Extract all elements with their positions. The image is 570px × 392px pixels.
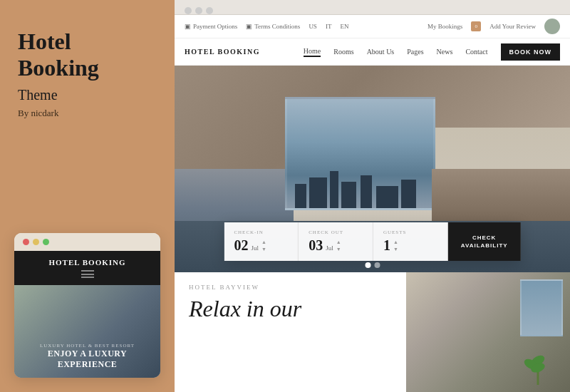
hero-section: CHECK-IN 02 Jul ▲ ▼ CHECK OUT [175, 66, 570, 272]
mobile-nav-title: HOTEL BOOKING [23, 258, 152, 267]
hamburger-icon [23, 270, 152, 278]
checkout-label: CHECK OUT [309, 229, 363, 235]
skyline-building-6 [376, 186, 398, 208]
dot-green [43, 239, 49, 245]
nav-bar: HOTEL BOOKING Home Rooms About Us Pages … [175, 38, 570, 66]
checkout-value: 03 Jul [309, 237, 333, 254]
mobile-hero-image: LUXURY HOTEL & BEST RESORT ENJOY A LUXUR… [14, 285, 160, 378]
checkout-up-arrow[interactable]: ▲ [336, 239, 341, 245]
checkout-day: 03 [309, 237, 323, 254]
checkin-day: 02 [234, 237, 248, 254]
carousel-dot-2[interactable] [374, 262, 380, 268]
skyline-building-7 [401, 180, 415, 208]
nav-about[interactable]: About Us [367, 48, 395, 56]
nav-pages[interactable]: Pages [407, 48, 423, 56]
book-now-button[interactable]: BOOK NOW [501, 43, 561, 61]
nav-rooms[interactable]: Rooms [333, 48, 353, 56]
nav-news[interactable]: News [437, 48, 453, 56]
terms-conditions-link[interactable]: ▣ Terms Conditions [246, 23, 300, 30]
checkin-down-arrow[interactable]: ▼ [261, 247, 266, 252]
cart-icon[interactable]: 0 [471, 21, 481, 31]
skyline-building-4 [341, 182, 356, 208]
payment-options-link[interactable]: ▣ Payment Options [185, 23, 237, 30]
browser-dot-3 [206, 7, 213, 14]
skyline-building-5 [361, 175, 372, 208]
lang-us[interactable]: US [309, 23, 317, 30]
website-top-bar: ▣ Payment Options ▣ Terms Conditions US … [175, 15, 570, 38]
browser-dot-2 [195, 7, 202, 14]
left-panel: HotelBooking Theme By nicdark HOTEL BOOK… [0, 0, 175, 392]
mobile-preview-card: HOTEL BOOKING LUXURY HOTEL & BEST RESORT… [14, 233, 160, 378]
avatar[interactable] [544, 19, 560, 34]
checkout-arrows[interactable]: ▲ ▼ [336, 239, 341, 252]
skyline-building-3 [330, 171, 338, 208]
checkin-month: Jul [251, 244, 259, 252]
my-bookings-link[interactable]: My Bookings [428, 23, 462, 30]
bottom-left-content: HOTEL BAYVIEW Relax in our [175, 272, 406, 392]
lang-en[interactable]: EN [340, 23, 348, 30]
booking-bar: CHECK-IN 02 Jul ▲ ▼ CHECK OUT [224, 222, 520, 261]
window-area [285, 97, 435, 211]
browser-chrome [175, 0, 570, 15]
dot-red [23, 239, 29, 245]
guests-count: 1 [383, 237, 390, 254]
skyline-building-1 [295, 184, 306, 208]
plant-decoration [527, 356, 549, 385]
checkout-down-arrow[interactable]: ▼ [336, 247, 341, 252]
guests-value: 1 [383, 237, 390, 254]
checkin-label: CHECK-IN [234, 229, 288, 235]
mobile-text-overlay: LUXURY HOTEL & BEST RESORT ENJOY A LUXUR… [14, 343, 160, 371]
browser-dot-1 [185, 7, 192, 14]
bottom-section: HOTEL BAYVIEW Relax in our [175, 272, 570, 392]
add-review-link[interactable]: Add Your Review [489, 23, 536, 30]
city-skyline [287, 165, 433, 208]
mobile-titlebar [14, 233, 160, 251]
hotel-bayview-label: HOTEL BAYVIEW [189, 284, 392, 291]
right-panel: ▣ Payment Options ▣ Terms Conditions US … [175, 0, 570, 392]
guests-up-arrow[interactable]: ▲ [393, 239, 398, 245]
bottom-right-image [406, 272, 570, 392]
lang-it[interactable]: IT [326, 23, 332, 30]
checkout-month: Jul [326, 244, 333, 252]
left-title: HotelBooking [18, 29, 157, 81]
top-bar-right: My Bookings 0 Add Your Review [428, 19, 560, 34]
checkin-up-arrow[interactable]: ▲ [261, 239, 266, 245]
mobile-luxury-text: LUXURY HOTEL & BEST RESORT [14, 343, 160, 349]
payment-icon: ▣ [185, 23, 191, 30]
dot-yellow [33, 239, 39, 245]
check-availability-button[interactable]: CHECKAVAILABILITY [448, 222, 521, 261]
carousel-dots [365, 262, 380, 268]
website-content: ▣ Payment Options ▣ Terms Conditions US … [175, 15, 570, 392]
nav-contact[interactable]: Contact [465, 48, 487, 56]
bottom-room-window [520, 279, 563, 336]
checkout-field: CHECK OUT 03 Jul ▲ ▼ [299, 222, 373, 261]
guests-label: GUESTS [383, 229, 437, 235]
mobile-nav: HOTEL BOOKING [14, 251, 160, 285]
terms-icon: ▣ [246, 23, 252, 30]
left-theme-label: Theme [18, 87, 157, 103]
checkin-value: 02 Jul [234, 237, 259, 254]
guests-field: GUESTS 1 ▲ ▼ [373, 222, 448, 261]
carousel-dot-1[interactable] [365, 262, 370, 268]
checkin-arrows[interactable]: ▲ ▼ [261, 239, 266, 252]
nav-links: Home Rooms About Us Pages News Contact B… [304, 43, 560, 61]
mobile-enjoy-text: ENJOY A LUXURYEXPERIENCE [14, 349, 160, 371]
top-bar-left: ▣ Payment Options ▣ Terms Conditions US … [185, 23, 348, 30]
browser-dots [185, 7, 560, 14]
nav-logo: HOTEL BOOKING [185, 48, 260, 56]
relax-title: Relax in our [189, 296, 392, 321]
skyline-building-2 [309, 177, 327, 208]
checkin-field: CHECK-IN 02 Jul ▲ ▼ [224, 222, 299, 261]
guests-arrows[interactable]: ▲ ▼ [393, 239, 398, 252]
nav-home[interactable]: Home [304, 47, 321, 57]
left-by-label: By nicdark [18, 108, 157, 119]
guests-down-arrow[interactable]: ▼ [393, 247, 398, 252]
